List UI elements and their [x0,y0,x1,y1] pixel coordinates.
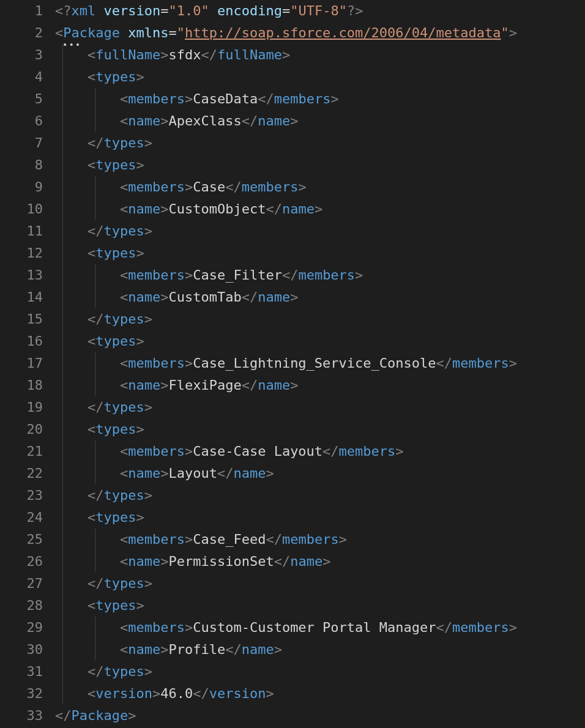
code-line[interactable]: <name>Layout</name> [55,462,585,485]
code-line[interactable]: <types> [55,330,585,352]
line-number: 32 [0,683,43,705]
code-line[interactable]: <types> [55,242,585,264]
code-line[interactable]: <types> [55,154,585,176]
code-line[interactable]: <name>Profile</name> [55,639,585,661]
line-number: 24 [0,507,43,529]
line-number: 31 [0,661,43,683]
line-number: 20 [0,418,43,440]
code-line[interactable]: <members>CaseData</members> [55,88,585,110]
line-number: 22 [0,462,43,485]
line-number: 28 [0,595,43,617]
code-line[interactable]: <members>Case_Lightning_Service_Console<… [55,352,585,374]
code-editor[interactable]: 1 2 3 4 5 6 7 8 9 10 11 12 13 14 15 16 1… [0,0,585,727]
code-line[interactable]: </types> [55,485,585,507]
line-number: 23 [0,485,43,507]
line-number: 10 [0,198,43,220]
code-line[interactable]: </types> [55,132,585,154]
line-number: 26 [0,551,43,573]
line-number: 18 [0,374,43,396]
code-line[interactable]: </types> [55,661,585,683]
line-number: 14 [0,286,43,308]
line-number: 19 [0,396,43,418]
code-line[interactable]: <name>CustomTab</name> [55,286,585,308]
line-number: 17 [0,352,43,374]
code-line[interactable]: </types> [55,573,585,595]
line-number: 5 [0,88,43,110]
code-line[interactable]: <types> [55,507,585,529]
code-line[interactable]: <members>Case_Filter</members> [55,264,585,286]
code-line[interactable]: <types> [55,66,585,88]
code-line[interactable]: <fullName>sfdx</fullName> [55,44,585,66]
line-number: 7 [0,132,43,154]
code-line[interactable]: <types> [55,418,585,440]
code-line[interactable]: </Package> [55,705,585,727]
code-line[interactable]: <version>46.0</version> [55,683,585,705]
code-line[interactable]: </types> [55,220,585,242]
line-number: 13 [0,264,43,286]
code-line[interactable]: <members>Case-Case Layout</members> [55,440,585,462]
code-line[interactable]: </types> [55,396,585,418]
line-number: 9 [0,176,43,198]
line-number-gutter: 1 2 3 4 5 6 7 8 9 10 11 12 13 14 15 16 1… [0,0,55,727]
line-number: 2 [0,22,43,44]
code-line[interactable]: <Package xmlns="http://soap.sforce.com/2… [55,22,585,44]
line-number: 12 [0,242,43,264]
code-line[interactable]: <members>Custom-Customer Portal Manager<… [55,617,585,639]
code-line[interactable]: <?xml version="1.0" encoding="UTF-8"?> [55,0,585,22]
line-number: 15 [0,308,43,330]
line-number: 21 [0,440,43,462]
code-line[interactable]: <name>CustomObject</name> [55,198,585,220]
line-number: 11 [0,220,43,242]
line-number: 8 [0,154,43,176]
line-number: 6 [0,110,43,132]
code-line[interactable]: <name>ApexClass</name> [55,110,585,132]
line-number: 25 [0,529,43,551]
code-line[interactable]: <name>PermissionSet</name> [55,551,585,573]
code-line[interactable]: <members>Case_Feed</members> [55,529,585,551]
line-number: 29 [0,617,43,639]
code-area[interactable]: <?xml version="1.0" encoding="UTF-8"?><P… [55,0,585,727]
line-number: 4 [0,66,43,88]
line-number: 30 [0,639,43,661]
code-line[interactable]: <name>FlexiPage</name> [55,374,585,396]
line-number: 16 [0,330,43,352]
code-line[interactable]: </types> [55,308,585,330]
code-line[interactable]: <members>Case</members> [55,176,585,198]
line-number: 27 [0,573,43,595]
line-number: 1 [0,0,43,22]
code-line[interactable]: <types> [55,595,585,617]
line-number: 33 [0,705,43,727]
line-number: 3 [0,44,43,66]
